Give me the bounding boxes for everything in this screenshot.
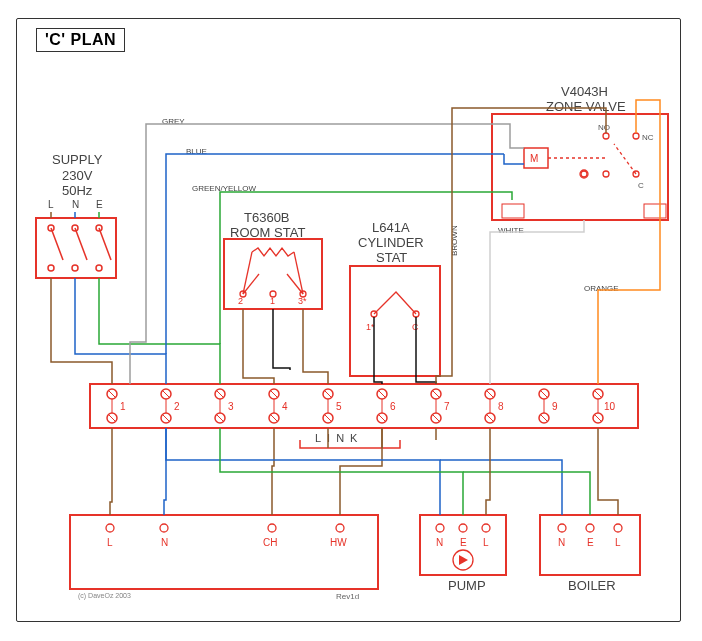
- svg-point-117: [436, 524, 444, 532]
- svg-text:3*: 3*: [298, 296, 307, 306]
- svg-point-33: [633, 133, 639, 139]
- svg-point-127: [586, 524, 594, 532]
- svg-text:7: 7: [444, 401, 450, 412]
- svg-point-4: [48, 265, 54, 271]
- svg-point-119: [482, 524, 490, 532]
- svg-rect-107: [70, 515, 378, 589]
- junction-link-bracket: [300, 440, 400, 448]
- svg-text:N: N: [558, 537, 565, 548]
- zonevalve-block: M NO NC C: [492, 114, 668, 220]
- svg-text:CH: CH: [263, 537, 277, 548]
- svg-text:6: 6: [390, 401, 396, 412]
- svg-text:N: N: [161, 537, 168, 548]
- svg-point-118: [459, 524, 467, 532]
- wiring-svg: 2 1 3* 1* C M: [0, 0, 702, 641]
- svg-point-126: [558, 524, 566, 532]
- svg-text:10: 10: [604, 401, 616, 412]
- pump-block: N E L: [420, 515, 506, 575]
- svg-text:4: 4: [282, 401, 288, 412]
- svg-text:1: 1: [120, 401, 126, 412]
- boiler-block: N E L: [540, 515, 640, 575]
- svg-text:C: C: [638, 181, 644, 190]
- svg-text:L: L: [615, 537, 621, 548]
- svg-point-6: [96, 265, 102, 271]
- svg-rect-42: [502, 204, 524, 218]
- svg-text:E: E: [460, 537, 467, 548]
- svg-text:3: 3: [228, 401, 234, 412]
- svg-point-128: [614, 524, 622, 532]
- svg-point-5: [72, 265, 78, 271]
- svg-text:L: L: [107, 537, 113, 548]
- diagram-page: 'C' PLAN SUPPLY 230V 50Hz L N E T6360B R…: [0, 0, 702, 641]
- svg-text:M: M: [530, 153, 538, 164]
- svg-point-108: [106, 524, 114, 532]
- svg-text:1: 1: [270, 296, 275, 306]
- svg-text:2: 2: [174, 401, 180, 412]
- svg-text:8: 8: [498, 401, 504, 412]
- svg-point-109: [160, 524, 168, 532]
- svg-text:N: N: [436, 537, 443, 548]
- svg-text:HW: HW: [330, 537, 347, 548]
- svg-text:L: L: [483, 537, 489, 548]
- svg-text:2: 2: [238, 296, 243, 306]
- svg-point-37: [581, 171, 587, 177]
- supply-block: [36, 212, 116, 278]
- roomstat-block: 2 1 3*: [224, 239, 322, 309]
- svg-text:NC: NC: [642, 133, 654, 142]
- svg-point-111: [336, 524, 344, 532]
- svg-point-38: [603, 171, 609, 177]
- svg-text:NO: NO: [598, 123, 610, 132]
- svg-text:5: 5: [336, 401, 342, 412]
- svg-point-110: [268, 524, 276, 532]
- timectrl-block: L N CH HW: [70, 515, 378, 589]
- svg-text:9: 9: [552, 401, 558, 412]
- cylinderstat-block: 1* C: [350, 266, 440, 376]
- svg-text:E: E: [587, 537, 594, 548]
- svg-point-32: [603, 133, 609, 139]
- svg-rect-43: [644, 204, 666, 218]
- svg-rect-22: [350, 266, 440, 376]
